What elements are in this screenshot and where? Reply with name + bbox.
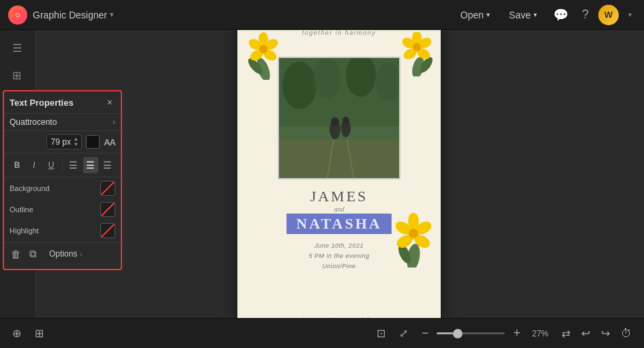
- help-icon-button[interactable]: ?: [578, 5, 593, 25]
- chat-icon-button[interactable]: 💬: [549, 5, 572, 25]
- outline-label: Outline: [10, 205, 33, 214]
- sidebar-grid-button[interactable]: ⊞: [5, 63, 29, 87]
- user-avatar[interactable]: W: [598, 5, 619, 25]
- background-label: Background: [10, 184, 50, 192]
- outline-color-swatch[interactable]: [100, 202, 115, 217]
- outline-row: Outline: [4, 199, 121, 220]
- text-properties-panel: Text Properties × Quattrocento › ▲ ▼ AA …: [3, 90, 122, 270]
- text-color-swatch[interactable]: [86, 135, 100, 149]
- format-row: B I U ☰ ☰ ☰: [4, 154, 121, 177]
- size-down-button[interactable]: ▼: [73, 142, 78, 147]
- history-button[interactable]: ⏱: [617, 325, 636, 343]
- open-button[interactable]: Open ▾: [454, 7, 497, 23]
- app-name-label: Graphic Designer: [33, 10, 107, 20]
- fit-button[interactable]: ⊡: [372, 324, 390, 343]
- zoom-value-label: 27%: [529, 329, 552, 338]
- align-center-button[interactable]: ☰: [83, 157, 98, 173]
- font-row[interactable]: Quattrocento ›: [4, 114, 121, 131]
- options-chevron: ›: [80, 250, 82, 258]
- save-button[interactable]: Save ▾: [502, 7, 544, 23]
- canvas-area[interactable]: together in harmony: [34, 30, 644, 318]
- zoom-slider-wrap: [437, 332, 505, 334]
- save-label: Save: [509, 10, 531, 20]
- card-photo-inner: [279, 58, 399, 178]
- flower-bottom-right: [390, 213, 437, 267]
- open-label: Open: [460, 10, 484, 20]
- options-button[interactable]: Options ›: [45, 247, 87, 261]
- user-initial: W: [604, 10, 613, 20]
- align-left-button[interactable]: ☰: [66, 157, 81, 173]
- flower-top-right: [398, 32, 435, 76]
- font-case-icon[interactable]: AA: [104, 137, 115, 147]
- app-name-chevron[interactable]: ▾: [110, 10, 114, 19]
- bottom-right-icons: ⇄ ↩ ↪ ⏱: [557, 324, 636, 343]
- align-right-button[interactable]: ☰: [100, 157, 115, 173]
- grid-view-button[interactable]: ⊞: [31, 324, 48, 343]
- bold-button[interactable]: B: [10, 157, 25, 173]
- svg-point-30: [342, 117, 349, 124]
- delete-button[interactable]: 🗑: [10, 247, 23, 261]
- underline-label: U: [48, 160, 55, 170]
- svg-point-20: [282, 61, 317, 109]
- panel-header: Text Properties ×: [4, 91, 121, 114]
- card-footer-text: dinner and dancing to follow: [300, 316, 378, 319]
- options-label: Options: [49, 249, 77, 259]
- sidebar-layers-button[interactable]: ☰: [5, 35, 29, 60]
- background-color-swatch[interactable]: [100, 181, 115, 196]
- bottombar: ⊕ ⊞ ⊡ ⤢ − + 27% ⇄ ↩ ↪ ⏱: [0, 318, 644, 348]
- undo-button[interactable]: ↩: [577, 324, 594, 343]
- card-name1: JAMES: [237, 188, 441, 205]
- app-name: Graphic Designer ▾: [33, 10, 114, 20]
- zoom-out-button[interactable]: −: [418, 325, 433, 342]
- svg-point-17: [413, 43, 421, 51]
- highlight-label: Highlight: [10, 227, 39, 235]
- wedding-card: together in harmony: [237, 30, 441, 318]
- user-menu-chevron[interactable]: ▾: [624, 8, 636, 21]
- zoom-controls: − + 27%: [418, 325, 552, 342]
- format-separator: [62, 159, 63, 171]
- logo-icon: ○: [15, 10, 20, 20]
- card-photo: [278, 57, 400, 179]
- background-row: Background: [4, 177, 121, 199]
- svg-point-23: [376, 63, 400, 101]
- actions-row: 🗑 ⧉ Options ›: [4, 242, 121, 265]
- zoom-in-button[interactable]: +: [509, 325, 525, 342]
- italic-label: I: [33, 160, 35, 170]
- zoom-slider[interactable]: [437, 332, 505, 334]
- panel-title: Text Properties: [10, 98, 74, 108]
- bold-label: B: [14, 160, 20, 170]
- font-chevron: ›: [113, 117, 115, 127]
- svg-point-29: [331, 117, 339, 126]
- svg-point-21: [313, 58, 340, 99]
- app-logo[interactable]: ○: [8, 5, 27, 25]
- size-arrows: ▲ ▼: [73, 136, 78, 147]
- svg-point-39: [409, 229, 418, 238]
- card-footer: dinner and dancing to follow: [237, 316, 441, 319]
- highlight-row: Highlight: [4, 220, 121, 241]
- font-size-input[interactable]: [50, 137, 72, 147]
- layers-button[interactable]: ⊕: [8, 324, 25, 343]
- italic-button[interactable]: I: [27, 157, 42, 173]
- save-chevron: ▾: [533, 11, 537, 18]
- size-row: ▲ ▼ AA: [4, 131, 121, 154]
- card-name2: NATASHA: [287, 214, 391, 234]
- redo-button[interactable]: ↪: [597, 324, 614, 343]
- card-and: and: [237, 206, 441, 213]
- highlight-color-swatch[interactable]: [100, 223, 115, 238]
- topbar-actions: Open ▾ Save ▾ 💬 ? W ▾: [454, 5, 636, 25]
- font-name-label: Quattrocento: [10, 117, 113, 127]
- open-chevron: ▾: [486, 11, 490, 18]
- size-input-wrap: ▲ ▼: [46, 134, 82, 149]
- duplicate-button[interactable]: ⧉: [28, 246, 38, 261]
- fullscreen-button[interactable]: ⤢: [395, 324, 412, 343]
- topbar: ○ Graphic Designer ▾ Open ▾ Save ▾ 💬 ? W…: [0, 0, 644, 30]
- panel-close-button[interactable]: ×: [104, 96, 115, 109]
- svg-rect-24: [279, 140, 400, 179]
- svg-point-8: [259, 45, 267, 53]
- card-tagline-text: together in harmony: [302, 30, 377, 36]
- swap-button[interactable]: ⇄: [557, 324, 574, 343]
- underline-button[interactable]: U: [44, 157, 59, 173]
- main-area: ☰ ⊞ Text Properties × Quattrocento › ▲ ▼…: [0, 30, 644, 318]
